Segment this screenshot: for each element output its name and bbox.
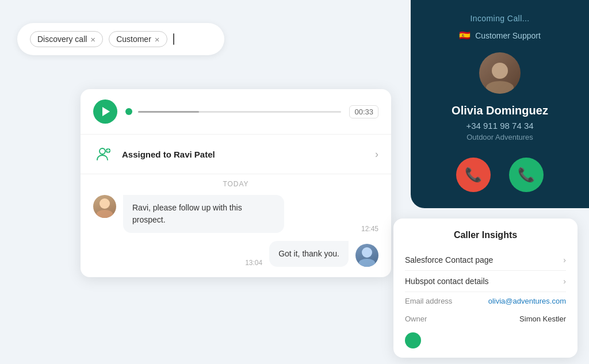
email-field: Email address olivia@adventures.com bbox=[405, 292, 566, 310]
tag-label: Discovery call bbox=[37, 35, 87, 44]
assign-user-icon bbox=[93, 144, 114, 164]
salesforce-link[interactable]: Salesforce Contact page › bbox=[405, 250, 566, 271]
sil-head-male bbox=[362, 247, 372, 258]
search-bar[interactable]: Discovery call × Customer × bbox=[17, 23, 224, 55]
flag-icon: 🇪🇸 bbox=[459, 30, 471, 41]
green-dot-row bbox=[405, 328, 566, 348]
msg-time-2: 13:04 bbox=[245, 259, 262, 267]
call-buttons: 📞 📞 bbox=[456, 158, 544, 192]
decline-icon: 📞 bbox=[465, 167, 482, 183]
msg-bubble-outgoing: Got it, thank you. bbox=[269, 241, 349, 267]
audio-dot bbox=[125, 108, 132, 115]
sil-body-male bbox=[359, 259, 375, 267]
owner-value: Simon Kestler bbox=[519, 315, 566, 323]
caller-avatar-inner bbox=[479, 52, 521, 94]
decline-button[interactable]: 📞 bbox=[456, 158, 491, 192]
silhouette bbox=[93, 195, 116, 218]
audio-bar-fill bbox=[138, 111, 199, 113]
incoming-call-card: Incoming Call... 🇪🇸 Customer Support Oli… bbox=[411, 0, 589, 208]
source-name: Customer Support bbox=[475, 31, 541, 40]
msg-bubble-incoming: Ravi, please follow up with this prospec… bbox=[123, 195, 284, 233]
message-outgoing: 13:04 Got it, thank you. bbox=[93, 241, 378, 267]
chat-card: 00:33 Assigned to Ravi Patel › TODAY bbox=[81, 89, 391, 277]
tag-customer[interactable]: Customer × bbox=[109, 31, 167, 47]
hubspot-link[interactable]: Hubspot contact details › bbox=[405, 271, 566, 292]
email-value: olivia@adventures.com bbox=[488, 297, 566, 305]
salesforce-arrow-icon: › bbox=[563, 255, 566, 265]
today-label: TODAY bbox=[81, 174, 391, 191]
tag-label: Customer bbox=[116, 35, 151, 44]
audio-time: 00:33 bbox=[349, 105, 378, 118]
caller-name: Olivia Dominguez bbox=[452, 104, 548, 117]
caller-sil-body bbox=[486, 81, 514, 94]
tag-close-customer[interactable]: × bbox=[155, 35, 160, 44]
accept-button[interactable]: 📞 bbox=[509, 158, 544, 192]
owner-label: Owner bbox=[405, 315, 427, 323]
message-incoming: Ravi, please follow up with this prospec… bbox=[93, 195, 378, 233]
silhouette-male bbox=[355, 244, 378, 267]
caller-source: 🇪🇸 Customer Support bbox=[459, 30, 541, 41]
audio-progress bbox=[125, 108, 341, 115]
audio-bar[interactable] bbox=[138, 111, 341, 113]
messages-area: Ravi, please follow up with this prospec… bbox=[81, 191, 391, 277]
caller-company: Outdoor Adventures bbox=[466, 133, 533, 141]
email-label: Email address bbox=[405, 297, 452, 305]
avatar-male bbox=[355, 244, 378, 267]
avatar-female bbox=[93, 195, 116, 218]
salesforce-link-text: Salesforce Contact page bbox=[405, 255, 493, 265]
green-dot-icon bbox=[405, 332, 421, 348]
caller-phone: +34 911 98 74 34 bbox=[466, 121, 533, 131]
svg-point-0 bbox=[100, 148, 105, 154]
caller-avatar bbox=[479, 52, 521, 94]
insights-card: Caller Insights Salesforce Contact page … bbox=[393, 219, 577, 358]
hubspot-arrow-icon: › bbox=[563, 277, 566, 286]
hubspot-link-text: Hubspot contact details bbox=[405, 277, 489, 286]
tag-discovery-call[interactable]: Discovery call × bbox=[30, 31, 103, 47]
insights-title: Caller Insights bbox=[405, 230, 566, 240]
caller-silhouette bbox=[486, 52, 514, 94]
text-cursor bbox=[173, 33, 174, 45]
assigned-row[interactable]: Assigned to Ravi Patel › bbox=[81, 135, 391, 174]
caller-sil-head bbox=[492, 63, 508, 79]
audio-row: 00:33 bbox=[81, 89, 391, 135]
owner-field: Owner Simon Kestler bbox=[405, 310, 566, 328]
sil-body bbox=[97, 210, 113, 218]
sil-head bbox=[100, 198, 110, 209]
play-button[interactable] bbox=[93, 99, 117, 124]
accept-icon: 📞 bbox=[518, 167, 535, 183]
tag-close-discovery[interactable]: × bbox=[90, 35, 95, 44]
assigned-text: Assigned to Ravi Patel bbox=[122, 150, 367, 159]
play-icon bbox=[102, 107, 110, 116]
incoming-label: Incoming Call... bbox=[470, 14, 529, 23]
chevron-right-icon: › bbox=[375, 148, 378, 160]
msg-time-1: 12:45 bbox=[361, 225, 378, 233]
